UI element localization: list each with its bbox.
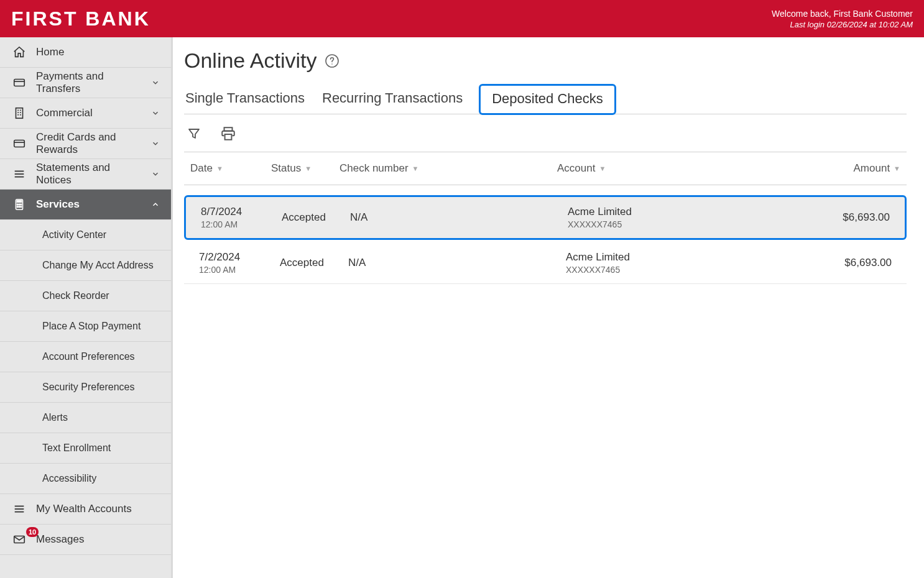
- svg-point-16: [17, 204, 18, 205]
- page-title: Online Activity: [184, 48, 317, 73]
- last-login-text: Last login 02/26/2024 at 10:02 AM: [772, 20, 913, 29]
- sidebar-item-messages[interactable]: Messages10: [0, 525, 171, 555]
- svg-point-17: [19, 204, 20, 205]
- tab-deposited[interactable]: Deposited Checks: [479, 84, 616, 115]
- sidebar-item-commercial[interactable]: Commercial: [0, 98, 171, 129]
- sidebar-item-home[interactable]: Home: [0, 37, 171, 68]
- sidebar-subitem-label: Security Preferences: [42, 382, 135, 393]
- sidebar-item-label: Commercial: [36, 107, 142, 119]
- sidebar-item-statements[interactable]: Statements and Notices: [0, 159, 171, 190]
- sort-icon: ▼: [599, 165, 606, 172]
- sidebar-item-label: Payments and Transfers: [36, 70, 142, 95]
- column-header-status[interactable]: Status▼: [271, 162, 340, 175]
- sidebar-subitem-activity-center[interactable]: Activity Center: [0, 220, 171, 250]
- sidebar-subitem-stop-payment[interactable]: Place A Stop Payment: [0, 311, 171, 342]
- sidebar-item-label: Home: [36, 46, 160, 58]
- column-header-amount[interactable]: Amount▼: [820, 162, 900, 175]
- svg-point-18: [21, 204, 22, 205]
- sidebar-subitem-alerts[interactable]: Alerts: [0, 403, 171, 433]
- welcome-text: Welcome back, First Bank Customer: [772, 9, 913, 19]
- sidebar-subitem-label: Change My Acct Address: [42, 260, 154, 271]
- print-icon[interactable]: [220, 126, 236, 142]
- help-icon[interactable]: [325, 53, 340, 68]
- cell-amount: $6,693.00: [811, 257, 892, 269]
- tabs-bar: Single TransactionsRecurring Transaction…: [184, 84, 907, 114]
- sidebar-subitem-security-pref[interactable]: Security Preferences: [0, 372, 171, 403]
- cell-amount: $6,693.00: [809, 211, 890, 224]
- sidebar-item-wealth[interactable]: My Wealth Accounts: [0, 494, 171, 525]
- envelope-icon: [11, 533, 27, 546]
- svg-point-19: [17, 206, 18, 208]
- chevron-down-icon: [151, 170, 160, 178]
- sidebar-subitem-label: Check Reorder: [42, 290, 109, 301]
- cell-date: 8/7/202412:00 AM: [201, 206, 282, 229]
- table-row[interactable]: 7/2/202412:00 AMAcceptedN/AAcme LimitedX…: [184, 242, 907, 284]
- sidebar: HomePayments and TransfersCommercialCred…: [0, 37, 173, 578]
- calculator-icon: [11, 198, 27, 211]
- building-icon: [11, 106, 27, 120]
- sort-icon: ▼: [412, 165, 419, 172]
- table-body: 8/7/202412:00 AMAcceptedN/AAcme LimitedX…: [184, 195, 907, 284]
- column-header-check[interactable]: Check number▼: [340, 162, 557, 175]
- tab-single[interactable]: Single Transactions: [184, 84, 306, 114]
- cell-status: Accepted: [282, 211, 350, 224]
- sidebar-subitem-text-enroll[interactable]: Text Enrollment: [0, 433, 171, 464]
- sidebar-item-label: Credit Cards and Rewards: [36, 131, 142, 156]
- sidebar-subitem-label: Account Preferences: [42, 351, 135, 362]
- sidebar-subitem-acct-pref[interactable]: Account Preferences: [0, 342, 171, 372]
- messages-badge: 10: [26, 527, 39, 537]
- cell-date: 7/2/202412:00 AM: [199, 251, 280, 275]
- cell-account: Acme LimitedXXXXXX7465: [566, 251, 811, 275]
- chevron-down-icon: [151, 139, 160, 148]
- sort-icon: ▼: [894, 165, 900, 172]
- welcome-block: Welcome back, First Bank Customer Last l…: [772, 9, 913, 29]
- column-header-date[interactable]: Date▼: [190, 162, 271, 175]
- svg-point-21: [21, 206, 22, 208]
- chevron-down-icon: [151, 109, 160, 117]
- sidebar-item-label: Statements and Notices: [36, 162, 142, 186]
- svg-rect-9: [14, 140, 25, 147]
- sidebar-subitem-label: Text Enrollment: [42, 443, 111, 454]
- sort-icon: ▼: [305, 165, 312, 172]
- table-header-row: Date▼ Status▼ Check number▼ Account▼ Amo…: [184, 152, 907, 185]
- chevron-down-icon: [151, 78, 160, 87]
- sidebar-item-label: My Wealth Accounts: [36, 503, 160, 515]
- chevron-up-icon: [151, 200, 160, 209]
- svg-rect-0: [14, 80, 25, 86]
- sidebar-subitem-label: Place A Stop Payment: [42, 321, 141, 332]
- cell-check-number: N/A: [350, 211, 568, 224]
- sidebar-subitem-label: Activity Center: [42, 229, 106, 241]
- sidebar-item-label: Services: [36, 198, 142, 211]
- header-bar: FIRST BANK Welcome back, First Bank Cust…: [0, 0, 924, 37]
- table-row[interactable]: 8/7/202412:00 AMAcceptedN/AAcme LimitedX…: [184, 195, 907, 240]
- column-header-account[interactable]: Account▼: [557, 162, 820, 175]
- svg-rect-29: [225, 134, 232, 140]
- svg-point-20: [19, 206, 20, 208]
- table-toolbar: [184, 114, 907, 152]
- sidebar-subitem-check-reorder[interactable]: Check Reorder: [0, 281, 171, 311]
- sidebar-subitem-accessibility[interactable]: Accessibility: [0, 464, 171, 494]
- sort-icon: ▼: [216, 165, 223, 172]
- sidebar-subitem-label: Alerts: [42, 412, 68, 423]
- svg-rect-2: [16, 108, 23, 119]
- card-icon: [11, 137, 27, 150]
- tab-recurring[interactable]: Recurring Transactions: [321, 84, 464, 114]
- brand-logo[interactable]: FIRST BANK: [11, 7, 150, 30]
- page-title-row: Online Activity: [184, 48, 907, 73]
- sidebar-item-label: Messages: [36, 533, 160, 546]
- sidebar-item-credit[interactable]: Credit Cards and Rewards: [0, 129, 171, 159]
- home-icon: [11, 45, 27, 59]
- cell-account: Acme LimitedXXXXXX7465: [568, 206, 809, 229]
- sidebar-item-payments[interactable]: Payments and Transfers: [0, 68, 171, 98]
- lines-icon: [11, 167, 27, 181]
- sidebar-subitem-change-address[interactable]: Change My Acct Address: [0, 250, 171, 281]
- card-icon: [11, 76, 27, 89]
- lines-icon: [11, 502, 27, 516]
- svg-point-27: [331, 63, 333, 65]
- cell-check-number: N/A: [348, 257, 566, 269]
- svg-rect-15: [17, 201, 21, 203]
- cell-status: Accepted: [280, 257, 348, 269]
- sidebar-item-services[interactable]: Services: [0, 190, 171, 220]
- filter-icon[interactable]: [187, 126, 201, 142]
- sidebar-subitem-label: Accessibility: [42, 473, 96, 484]
